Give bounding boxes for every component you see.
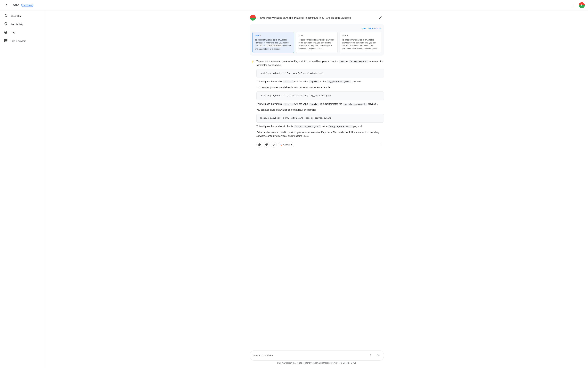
question-text: How to Pass Variables to Ansible Playboo… bbox=[258, 16, 375, 19]
response-para3: This will pass the variable `fruit` with… bbox=[256, 102, 384, 106]
sidebar-item-faq[interactable]: FAQ bbox=[0, 28, 43, 37]
inline-playbook-2: `my_playbook.yaml` bbox=[343, 103, 367, 106]
user-avatar[interactable]: L bbox=[579, 2, 585, 8]
menu-button[interactable]: ☰ bbox=[3, 2, 10, 9]
draft-3-text: To pass extra variables to an Ansible pl… bbox=[342, 38, 379, 50]
code-block-3: ansible-playbook -e @my_extra_vars.json … bbox=[256, 114, 384, 123]
faq-icon bbox=[4, 30, 8, 35]
question-avatar bbox=[250, 15, 256, 21]
sidebar-item-reset-chat[interactable]: Reset chat bbox=[0, 12, 43, 20]
draft-1-label: Draft 1 bbox=[255, 34, 292, 37]
avatar-svg: L bbox=[579, 2, 585, 8]
send-icon bbox=[377, 354, 380, 357]
action-bar: G Google it ⋮ bbox=[256, 140, 384, 147]
reset-chat-label: Reset chat bbox=[10, 15, 21, 17]
header-left: ☰ Bard Experiment bbox=[3, 2, 33, 9]
response-para4: You can also pass extra variables from a… bbox=[256, 108, 384, 112]
thumbs-down-icon bbox=[265, 143, 268, 146]
view-other-drafts-button[interactable]: View other drafts bbox=[362, 27, 381, 30]
inline-fruit-1: `fruit` bbox=[283, 80, 294, 83]
input-area: Bard may display inaccurate or offensive… bbox=[243, 348, 390, 368]
response-para2: You can also pass extra variables in JSO… bbox=[256, 86, 384, 89]
sidebar-item-bard-activity[interactable]: Bard Activity bbox=[0, 20, 43, 28]
draft-3-label: Draft 3 bbox=[342, 34, 379, 37]
edit-question-button[interactable] bbox=[377, 14, 384, 21]
thumbs-up-button[interactable] bbox=[256, 142, 262, 147]
drafts-header: View other drafts bbox=[253, 27, 381, 30]
app-title: Bard bbox=[12, 3, 19, 7]
inline-apple-1: `apple` bbox=[309, 80, 319, 83]
user-question-icon bbox=[250, 15, 256, 21]
response-para1: This will pass the variable `fruit` with… bbox=[256, 80, 384, 84]
drafts-grid: Draft 1 To pass extra variables to an An… bbox=[253, 32, 381, 53]
experiment-badge: Experiment bbox=[21, 4, 33, 7]
chevron-up-icon bbox=[378, 27, 381, 30]
response-content: To pass extra variables to an Ansible Pl… bbox=[256, 59, 384, 148]
inline-playbook-3: `my_playbook.yaml` bbox=[328, 125, 353, 128]
prompt-input[interactable] bbox=[253, 354, 367, 357]
inline-fruit-2: `fruit` bbox=[283, 103, 294, 106]
grid-icon bbox=[571, 3, 575, 7]
inline-vars-file: `my_extra_vars.json` bbox=[294, 125, 321, 128]
help-icon bbox=[4, 39, 8, 43]
content-wrapper: How to Pass Variables to Ansible Playboo… bbox=[46, 10, 588, 368]
sidebar-item-help[interactable]: Help & support bbox=[0, 37, 43, 45]
response-para5: This will pass the variables in the file… bbox=[256, 125, 384, 129]
draft-card-2[interactable]: Draft 2 To pass variables to an Ansible … bbox=[296, 32, 338, 53]
inline-code-extra-vars: `--extra-vars` bbox=[349, 60, 369, 63]
header: ☰ Bard Experiment L bbox=[0, 0, 588, 10]
microphone-button[interactable] bbox=[368, 352, 374, 358]
draft-card-1[interactable]: Draft 1 To pass extra variables to an An… bbox=[253, 32, 294, 53]
more-options-button[interactable]: ⋮ bbox=[378, 142, 384, 147]
response-para6: Extra variables can be used to provide d… bbox=[256, 130, 384, 138]
draft-2-text: To pass variables to an Ansible playbook… bbox=[299, 38, 335, 50]
refresh-button[interactable] bbox=[271, 142, 277, 147]
question-header: How to Pass Variables to Ansible Playboo… bbox=[250, 14, 384, 21]
hamburger-icon: ☰ bbox=[6, 4, 8, 6]
header-right: L bbox=[570, 2, 585, 9]
more-icon: ⋮ bbox=[379, 143, 382, 147]
draft-2-label: Draft 2 bbox=[299, 34, 335, 37]
pencil-icon bbox=[379, 16, 382, 19]
disclaimer-text: Bard may display inaccurate or offensive… bbox=[250, 360, 384, 367]
input-wrapper bbox=[250, 350, 384, 360]
google-g-logo: G bbox=[280, 143, 282, 146]
faq-label: FAQ bbox=[10, 31, 15, 34]
mic-icon bbox=[369, 354, 372, 357]
response-intro-para: To pass extra variables to an Ansible Pl… bbox=[256, 59, 384, 67]
avatar-image: L bbox=[579, 2, 585, 8]
thumbs-down-button[interactable] bbox=[264, 142, 270, 147]
thumbs-up-icon bbox=[258, 143, 261, 146]
inline-code-e: `-e` bbox=[339, 60, 346, 63]
activity-icon bbox=[4, 22, 8, 27]
refresh-icon bbox=[272, 143, 275, 146]
bard-activity-label: Bard Activity bbox=[10, 23, 23, 26]
sidebar: Reset chat Bard Activity FAQ Help & supp… bbox=[0, 10, 46, 368]
google-it-label: Google it bbox=[283, 143, 292, 146]
main-layout: Reset chat Bard Activity FAQ Help & supp… bbox=[0, 10, 588, 368]
google-it-button[interactable]: G Google it bbox=[278, 142, 294, 147]
code-block-2: ansible-playbook -e '{"fruit":"apple"}' … bbox=[256, 91, 384, 100]
view-drafts-label: View other drafts bbox=[362, 27, 378, 30]
draft-1-text: To pass extra variables to an Ansible Pl… bbox=[255, 38, 292, 50]
code-block-1: ansible-playbook -e "fruit=apple" my_pla… bbox=[256, 69, 384, 78]
help-label: Help & support bbox=[10, 40, 26, 42]
drafts-container: View other drafts Draft 1 To pass extra … bbox=[250, 24, 384, 55]
chat-container: How to Pass Variables to Ansible Playboo… bbox=[243, 10, 390, 348]
draft-card-3[interactable]: Draft 3 To pass extra variables to an An… bbox=[340, 32, 381, 53]
inline-playbook-1: `my_playbook.yaml` bbox=[326, 80, 351, 83]
reset-icon bbox=[4, 14, 8, 18]
send-button[interactable] bbox=[375, 352, 381, 358]
bard-star-icon bbox=[250, 60, 254, 64]
inline-apple-2: `apple` bbox=[309, 103, 319, 106]
svg-text:L: L bbox=[581, 4, 582, 6]
apps-button[interactable] bbox=[570, 2, 576, 9]
response-area: To pass extra variables to an Ansible Pl… bbox=[250, 59, 384, 148]
